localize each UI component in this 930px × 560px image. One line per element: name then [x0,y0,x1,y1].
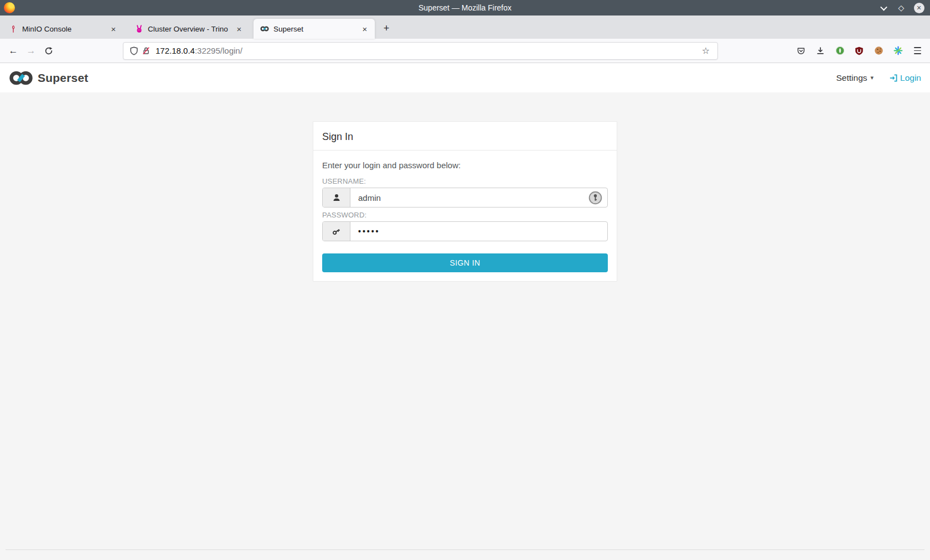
downloads-button[interactable] [812,43,829,59]
settings-label: Settings [836,73,867,83]
tab-minio-console[interactable]: MinIO Console × [2,19,123,39]
minio-flamingo-icon [9,24,18,33]
chevron-down-icon [880,3,887,11]
forward-button[interactable]: → [22,43,40,59]
back-button[interactable]: ← [4,43,22,59]
superset-brand[interactable]: Superset [9,71,88,85]
settings-menu[interactable]: Settings ▾ [836,73,874,83]
close-window-button[interactable]: × [913,2,924,13]
url-path: :32295/login/ [195,46,242,55]
tab-close-button[interactable]: × [234,23,245,34]
ublock-shield-icon [855,46,864,55]
password-label: PASSWORD: [322,211,608,219]
login-link[interactable]: Login [889,73,921,83]
username-input-group [322,188,608,208]
sign-in-icon [889,74,898,82]
ublock-button[interactable] [851,43,867,59]
minimize-button[interactable] [878,2,889,13]
reload-icon [44,46,53,55]
card-title: Sign In [322,131,608,143]
pocket-icon [797,46,805,55]
login-instruction: Enter your login and password below: [322,160,608,170]
sign-in-card: Sign In Enter your login and password be… [313,121,617,282]
app-menu-button[interactable] [909,43,926,59]
menu-icon [914,47,921,54]
trino-bunny-icon [135,24,143,33]
superset-infinity-icon [9,71,33,85]
insecure-lock-icon[interactable] [140,45,152,57]
password-addon [323,222,350,241]
keepassxc-icon[interactable] [588,191,602,205]
page-body: Sign In Enter your login and password be… [0,92,930,560]
navigation-toolbar: ← → 172.18.0.4:32295/login/ ☆ [0,39,930,63]
maximize-button[interactable]: ◇ [896,2,907,13]
password-input[interactable] [350,222,607,241]
close-icon: × [914,3,924,13]
url-bar[interactable]: 172.18.0.4:32295/login/ ☆ [123,42,718,60]
card-body: Enter your login and password below: USE… [313,151,617,281]
reload-button[interactable] [40,43,58,59]
extension-green-icon [835,46,845,55]
sign-in-button[interactable]: SIGN IN [322,253,608,272]
window-title: Superset — Mozilla Firefox [0,3,930,12]
firefox-logo [4,2,15,13]
tab-title: Superset [273,25,355,33]
brand-name: Superset [38,71,88,85]
tab-close-button[interactable]: × [359,23,370,34]
cookie-icon [874,46,884,55]
superset-navbar: Superset Settings ▾ Login [0,63,930,92]
cookie-extension-button[interactable] [870,43,887,59]
username-input[interactable] [350,188,607,207]
window-titlebar: Superset — Mozilla Firefox ◇ × [0,0,930,15]
tab-title: MinIO Console [22,25,104,33]
maximize-icon: ◇ [898,4,905,12]
username-label: USERNAME: [322,177,608,185]
url-text: 172.18.0.4:32295/login/ [156,46,699,55]
key-icon [332,227,341,236]
tab-trino-cluster[interactable]: Cluster Overview - Trino × [128,19,249,39]
password-input-group [322,221,608,241]
superset-infinity-icon [260,24,269,33]
extension-green-button[interactable] [831,43,848,59]
user-icon [332,193,341,202]
bookmark-star-icon[interactable]: ☆ [699,44,713,58]
new-tab-button[interactable]: + [378,20,395,37]
tab-strip: MinIO Console × Cluster Overview - Trino… [0,15,930,39]
caret-down-icon: ▾ [871,74,874,81]
tab-superset[interactable]: Superset × [254,19,375,39]
url-host: 172.18.0.4 [156,46,195,55]
login-label: Login [900,73,921,83]
sparkle-extension-button[interactable] [890,43,906,59]
shield-icon[interactable] [128,45,140,57]
sparkle-extension-icon [893,46,903,55]
pocket-button[interactable] [793,43,809,59]
download-icon [816,46,825,55]
footer-divider [6,549,924,550]
tab-title: Cluster Overview - Trino [148,25,229,33]
tab-close-button[interactable]: × [108,23,119,34]
username-addon [323,188,350,207]
card-header: Sign In [313,122,617,151]
